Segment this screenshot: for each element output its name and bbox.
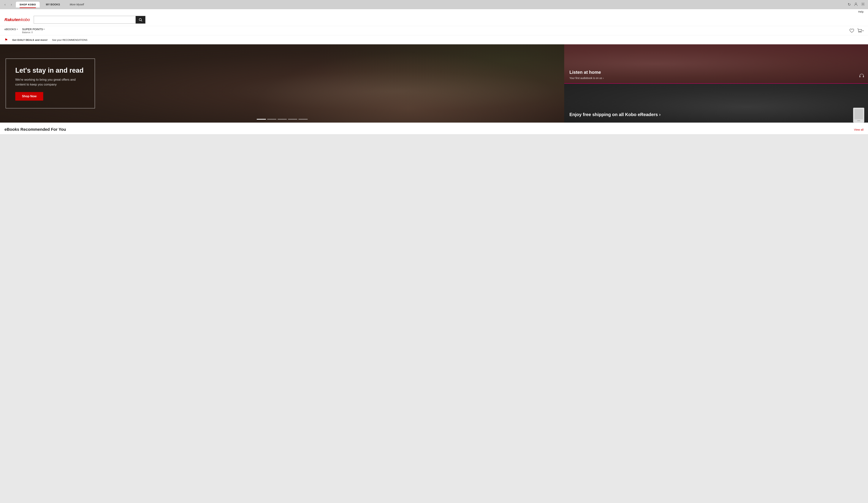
account-button[interactable] — [854, 2, 858, 7]
hero-main-panel[interactable]: Let's stay in and read We're working to … — [0, 44, 564, 123]
search-input[interactable] — [34, 16, 136, 23]
scroll-dot-3 — [278, 119, 287, 120]
hero-panel-ereader[interactable]: Enjoy free shipping on all Kobo eReaders… — [564, 84, 868, 123]
scroll-dot-2 — [267, 119, 277, 120]
help-bar: Help — [4, 9, 864, 14]
svg-point-4 — [859, 32, 859, 32]
logo[interactable]: Rakuten kobo — [4, 17, 30, 22]
nav-ebooks[interactable]: eBOOKS ▾ — [4, 28, 18, 31]
svg-point-0 — [855, 3, 857, 4]
ereader-arrow-icon: › — [659, 112, 661, 117]
hero-panel-ereader-content: Enjoy free shipping on all Kobo eReaders… — [564, 108, 868, 123]
promo-recommendations-link[interactable]: See your RECOMMENDATIONS — [52, 39, 87, 41]
tab-my-books-label: MY BOOKS — [46, 3, 60, 6]
refresh-button[interactable]: ↻ — [848, 2, 851, 7]
ebooks-section-title: eBooks Recommended For You — [4, 127, 66, 132]
promo-bar: ⚑ Get DAILY DEALS and more! See your REC… — [0, 35, 868, 44]
header-main: Rakuten kobo — [4, 14, 864, 26]
back-button[interactable]: ‹ — [3, 2, 7, 7]
nav-super-points-label: SUPER POINTS — [22, 28, 43, 31]
tab-my-books[interactable]: MY BOOKS — [42, 1, 64, 8]
hero-subtitle: We're working to bring you great offers … — [15, 77, 85, 87]
tab-more-myself-label: More Myself — [70, 3, 84, 6]
forward-button[interactable]: › — [9, 2, 13, 7]
scroll-dot-1 — [257, 119, 266, 120]
hero-section: Let's stay in and read We're working to … — [0, 44, 868, 123]
scroll-dot-5 — [298, 119, 308, 120]
logo-rakuten: Rakuten — [4, 17, 21, 22]
site-header: Help Rakuten kobo — [0, 9, 868, 26]
hero-panel-audiobook-content: Listen at home Your first audiobook is o… — [564, 66, 868, 83]
super-points-chevron-icon: ▾ — [44, 28, 44, 30]
help-link[interactable]: Help — [858, 10, 864, 13]
settings-icon — [861, 3, 865, 7]
nav-super-points[interactable]: SUPER POINTS ▾ Balance: 0 — [22, 28, 45, 34]
svg-point-1 — [862, 3, 864, 5]
nav-left: eBOOKS ▾ SUPER POINTS ▾ Balance: 0 — [4, 28, 44, 34]
hero-people-image — [254, 52, 564, 123]
tab-more-myself[interactable]: More Myself — [66, 1, 87, 8]
account-icon — [854, 3, 858, 7]
heart-icon — [849, 29, 854, 33]
tab-shop-kobo-label: SHOP KOBO — [20, 3, 36, 6]
hero-panel-audiobook[interactable]: Listen at home Your first audiobook is o… — [564, 44, 868, 84]
svg-point-5 — [860, 32, 861, 32]
refresh-icon: ↻ — [848, 2, 851, 7]
hero-panel-audiobook-subtitle: Your first audiobook is on us › — [569, 76, 863, 80]
cart-icon — [857, 28, 862, 33]
svg-line-3 — [141, 20, 142, 21]
tab-shop-kobo[interactable]: SHOP KOBO — [16, 1, 40, 8]
audiobook-arrow-icon: › — [603, 76, 604, 80]
nav-bar: eBOOKS ▾ SUPER POINTS ▾ Balance: 0 ▾ — [0, 26, 868, 35]
ebooks-section-header: eBooks Recommended For You View all — [0, 123, 868, 134]
logo-kobo: kobo — [21, 17, 30, 22]
nav-right: ▾ — [849, 28, 864, 33]
hero-side-panels: Listen at home Your first audiobook is o… — [564, 44, 868, 123]
flag-icon: ⚑ — [4, 38, 8, 42]
search-button[interactable] — [136, 16, 145, 23]
hero-scroll-indicator — [257, 119, 308, 120]
hero-panel-audiobook-title: Listen at home — [569, 70, 863, 75]
nav-ebooks-label: eBOOKS — [4, 28, 16, 31]
hero-title: Let's stay in and read — [15, 66, 85, 74]
ebooks-chevron-icon: ▾ — [17, 28, 18, 30]
search-bar — [34, 16, 145, 24]
nav-balance: Balance: 0 — [22, 31, 45, 34]
hero-content-box: Let's stay in and read We're working to … — [6, 59, 95, 109]
scroll-dot-4 — [288, 119, 297, 120]
hero-panel-ereader-title: Enjoy free shipping on all Kobo eReaders… — [569, 112, 863, 117]
wishlist-button[interactable] — [849, 29, 854, 33]
cart-chevron-icon: ▾ — [862, 29, 864, 32]
search-icon — [138, 18, 142, 22]
browser-icons: ↻ — [848, 2, 865, 7]
view-all-link[interactable]: View all — [854, 128, 864, 131]
settings-button[interactable] — [861, 2, 865, 7]
cart-button[interactable]: ▾ — [857, 28, 864, 33]
browser-chrome: ‹ › SHOP KOBO MY BOOKS More Myself ↻ — [0, 0, 868, 9]
hero-shop-now-button[interactable]: Shop Now — [15, 92, 43, 101]
promo-deal-text: Get DAILY DEALS and more! — [12, 39, 48, 41]
